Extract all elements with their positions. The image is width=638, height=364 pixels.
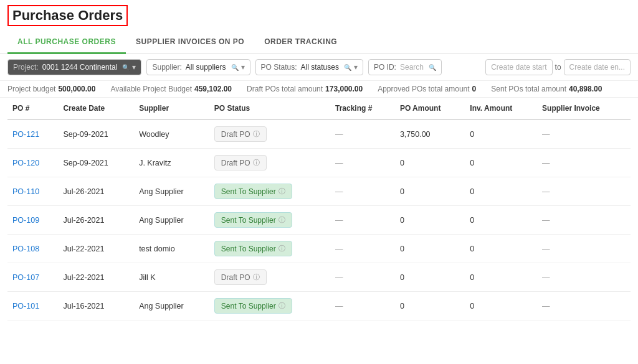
cell-po-amount: 0 <box>395 149 465 177</box>
po-link[interactable]: PO-101 <box>12 302 39 310</box>
cell-inv-amount: 0 <box>465 206 537 235</box>
info-icon[interactable]: ⓘ <box>279 301 285 310</box>
cell-po-num: PO-110 <box>7 177 58 206</box>
filters-bar: Project: 0001 1244 Continental 🔍 ▾ Suppl… <box>0 54 638 81</box>
draft-total-value: 173,000.00 <box>325 85 363 93</box>
cell-supplier-invoice: — <box>537 119 631 149</box>
project-budget-value: 500,000.00 <box>58 85 95 93</box>
project-budget-label: Project budget <box>7 85 55 93</box>
col-po-status: PO Status <box>209 98 330 119</box>
po-status-filter[interactable]: PO Status: All statuses 🔍 ▾ <box>255 59 363 75</box>
create-date-end-input[interactable]: Create date en... <box>564 59 631 75</box>
po-id-search-icon[interactable]: 🔍 <box>429 64 436 71</box>
cell-create-date: Jul-26-2021 <box>58 177 134 206</box>
cell-supplier: Ang Supplier <box>134 206 209 235</box>
project-dropdown-arrow[interactable]: ▾ <box>132 63 136 72</box>
page-title: Purchase Orders <box>7 5 128 26</box>
table-row: PO-108 Jul-22-2021 test domio Sent To Su… <box>7 235 631 263</box>
sent-total-value: 40,898.00 <box>569 85 602 93</box>
col-create-date: Create Date <box>58 98 134 119</box>
cell-inv-amount: 0 <box>465 292 537 320</box>
supplier-filter-value: All suppliers <box>186 63 226 72</box>
col-supplier-invoice: Supplier Invoice <box>537 98 631 119</box>
project-search-icon[interactable]: 🔍 <box>122 64 130 71</box>
po-link[interactable]: PO-109 <box>12 216 39 225</box>
cell-supplier-invoice: — <box>537 206 631 235</box>
po-id-filter-label: PO ID: <box>374 63 396 72</box>
po-link[interactable]: PO-108 <box>12 245 39 253</box>
create-date-start-input[interactable]: Create date start <box>485 59 552 75</box>
status-badge: Draft PO ⓘ <box>214 155 267 170</box>
supplier-search-icon[interactable]: 🔍 <box>231 64 239 71</box>
info-icon[interactable]: ⓘ <box>253 273 260 282</box>
po-link[interactable]: PO-121 <box>12 130 39 139</box>
cell-create-date: Jul-16-2021 <box>58 292 134 320</box>
table-header-row: PO # Create Date Supplier PO Status Trac… <box>7 98 631 119</box>
po-link[interactable]: PO-107 <box>12 273 39 282</box>
supplier-dropdown-arrow[interactable]: ▾ <box>241 63 245 72</box>
info-icon[interactable]: ⓘ <box>279 244 285 253</box>
cell-supplier-invoice: — <box>537 235 631 263</box>
cell-supplier: Woodley <box>134 119 209 149</box>
status-badge: Sent To Supplier ⓘ <box>214 212 292 228</box>
tab-supplier-invoices[interactable]: SUPPLIER INVOICES ON PO <box>126 31 254 54</box>
cell-supplier-invoice: — <box>537 177 631 206</box>
po-link[interactable]: PO-110 <box>12 187 39 196</box>
po-id-filter[interactable]: PO ID: Search 🔍 <box>368 59 442 75</box>
tab-all-purchase-orders[interactable]: ALL PURCHASE ORDERS <box>7 31 126 54</box>
approved-total-value: 0 <box>472 85 477 93</box>
date-range-filter: Create date start to Create date en... <box>485 59 631 75</box>
project-filter[interactable]: Project: 0001 1244 Continental 🔍 ▾ <box>7 59 141 75</box>
table-row: PO-109 Jul-26-2021 Ang Supplier Sent To … <box>7 206 631 235</box>
col-supplier: Supplier <box>134 98 209 119</box>
cell-po-status: Sent To Supplier ⓘ <box>209 235 330 263</box>
supplier-filter[interactable]: Supplier: All suppliers 🔍 ▾ <box>146 59 250 75</box>
cell-po-amount: 0 <box>395 177 465 206</box>
cell-tracking: — <box>330 235 395 263</box>
cell-supplier-invoice: — <box>537 149 631 177</box>
cell-po-num: PO-109 <box>7 206 58 235</box>
info-icon[interactable]: ⓘ <box>279 187 285 196</box>
cell-po-amount: 3,750.00 <box>395 119 465 149</box>
po-status-dropdown-arrow[interactable]: ▾ <box>354 63 358 72</box>
cell-supplier: J. Kravitz <box>134 149 209 177</box>
cell-tracking: — <box>330 149 395 177</box>
cell-po-amount: 0 <box>395 263 465 292</box>
draft-total-label: Draft POs total amount <box>247 85 323 93</box>
table-row: PO-120 Sep-09-2021 J. Kravitz Draft PO ⓘ… <box>7 149 631 177</box>
table-row: PO-107 Jul-22-2021 Jill K Draft PO ⓘ — 0… <box>7 263 631 292</box>
summary-bar: Project budget 500,000.00 Available Proj… <box>0 81 638 98</box>
cell-supplier-invoice: — <box>537 292 631 320</box>
info-icon[interactable]: ⓘ <box>253 158 260 167</box>
info-icon[interactable]: ⓘ <box>279 215 285 225</box>
cell-inv-amount: 0 <box>465 177 537 206</box>
status-badge: Sent To Supplier ⓘ <box>214 184 292 199</box>
cell-create-date: Jul-22-2021 <box>58 235 134 263</box>
status-badge: Sent To Supplier ⓘ <box>214 241 292 256</box>
tab-order-tracking[interactable]: ORDER TRACKING <box>254 31 347 54</box>
cell-po-status: Draft PO ⓘ <box>209 119 330 149</box>
cell-supplier: Ang Supplier <box>134 292 209 320</box>
cell-supplier-invoice: — <box>537 263 631 292</box>
table-row: PO-121 Sep-09-2021 Woodley Draft PO ⓘ — … <box>7 119 631 149</box>
po-status-filter-value: All statuses <box>301 63 339 72</box>
cell-tracking: — <box>330 263 395 292</box>
po-status-filter-label: PO Status: <box>261 63 297 72</box>
purchase-orders-table: PO # Create Date Supplier PO Status Trac… <box>7 98 631 320</box>
cell-tracking: — <box>330 292 395 320</box>
info-icon[interactable]: ⓘ <box>253 129 260 139</box>
cell-inv-amount: 0 <box>465 263 537 292</box>
cell-po-num: PO-101 <box>7 292 58 320</box>
col-inv-amount: Inv. Amount <box>465 98 537 119</box>
po-id-filter-value: Search <box>400 63 424 72</box>
tab-bar: ALL PURCHASE ORDERS SUPPLIER INVOICES ON… <box>0 31 638 54</box>
cell-po-status: Sent To Supplier ⓘ <box>209 177 330 206</box>
po-link[interactable]: PO-120 <box>12 159 39 167</box>
col-tracking: Tracking # <box>330 98 395 119</box>
cell-tracking: — <box>330 177 395 206</box>
cell-po-amount: 0 <box>395 206 465 235</box>
supplier-filter-label: Supplier: <box>152 63 181 72</box>
available-budget-label: Available Project Budget <box>110 85 192 93</box>
po-status-search-icon[interactable]: 🔍 <box>344 64 351 71</box>
table-row: PO-110 Jul-26-2021 Ang Supplier Sent To … <box>7 177 631 206</box>
